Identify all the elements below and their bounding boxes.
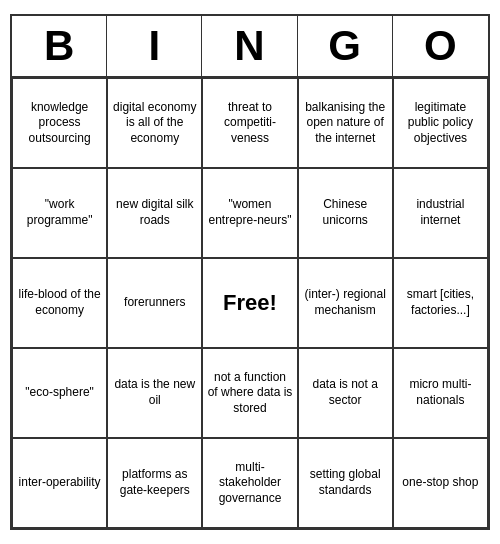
bingo-cell: life-blood of the economy	[12, 258, 107, 348]
bingo-grid: knowledge process outsourcingdigital eco…	[12, 78, 488, 528]
bingo-cell: digital economy is all of the economy	[107, 78, 202, 168]
cell-text: new digital silk roads	[112, 197, 197, 228]
cell-text: one-stop shop	[402, 475, 478, 491]
header-letter: N	[202, 16, 297, 76]
cell-text: smart [cities, factories...]	[398, 287, 483, 318]
cell-text: platforms as gate-keepers	[112, 467, 197, 498]
cell-text: Chinese unicorns	[303, 197, 388, 228]
cell-text: not a function of where data is stored	[207, 370, 292, 417]
bingo-card: BINGO knowledge process outsourcingdigit…	[10, 14, 490, 530]
cell-text: balkanising the open nature of the inter…	[303, 100, 388, 147]
cell-text: setting global standards	[303, 467, 388, 498]
bingo-cell: data is not a sector	[298, 348, 393, 438]
bingo-cell: "work programme"	[12, 168, 107, 258]
bingo-cell: inter-operability	[12, 438, 107, 528]
cell-text: multi-stakeholder governance	[207, 460, 292, 507]
header-letter: B	[12, 16, 107, 76]
bingo-cell: forerunners	[107, 258, 202, 348]
cell-text: "work programme"	[17, 197, 102, 228]
bingo-cell: Chinese unicorns	[298, 168, 393, 258]
bingo-cell: "women entrepre-neurs"	[202, 168, 297, 258]
bingo-header: BINGO	[12, 16, 488, 78]
cell-text: forerunners	[124, 295, 185, 311]
bingo-cell: data is the new oil	[107, 348, 202, 438]
header-letter: O	[393, 16, 488, 76]
cell-text: (inter-) regional mechanism	[303, 287, 388, 318]
bingo-cell: threat to competiti-veness	[202, 78, 297, 168]
bingo-cell: balkanising the open nature of the inter…	[298, 78, 393, 168]
cell-text: life-blood of the economy	[17, 287, 102, 318]
bingo-cell: new digital silk roads	[107, 168, 202, 258]
header-letter: G	[298, 16, 393, 76]
cell-text: digital economy is all of the economy	[112, 100, 197, 147]
bingo-cell: micro multi-nationals	[393, 348, 488, 438]
free-cell: Free!	[202, 258, 297, 348]
cell-text: data is the new oil	[112, 377, 197, 408]
header-letter: I	[107, 16, 202, 76]
cell-text: inter-operability	[19, 475, 101, 491]
bingo-cell: platforms as gate-keepers	[107, 438, 202, 528]
bingo-cell: smart [cities, factories...]	[393, 258, 488, 348]
bingo-cell: knowledge process outsourcing	[12, 78, 107, 168]
bingo-cell: (inter-) regional mechanism	[298, 258, 393, 348]
bingo-cell: legitimate public policy objectives	[393, 78, 488, 168]
bingo-cell: industrial internet	[393, 168, 488, 258]
cell-text: industrial internet	[398, 197, 483, 228]
bingo-cell: setting global standards	[298, 438, 393, 528]
cell-text: "women entrepre-neurs"	[207, 197, 292, 228]
cell-text: knowledge process outsourcing	[17, 100, 102, 147]
bingo-cell: "eco-sphere"	[12, 348, 107, 438]
cell-text: micro multi-nationals	[398, 377, 483, 408]
bingo-cell: multi-stakeholder governance	[202, 438, 297, 528]
bingo-cell: not a function of where data is stored	[202, 348, 297, 438]
cell-text: data is not a sector	[303, 377, 388, 408]
cell-text: threat to competiti-veness	[207, 100, 292, 147]
cell-text: Free!	[223, 289, 277, 318]
cell-text: "eco-sphere"	[25, 385, 94, 401]
bingo-cell: one-stop shop	[393, 438, 488, 528]
cell-text: legitimate public policy objectives	[398, 100, 483, 147]
